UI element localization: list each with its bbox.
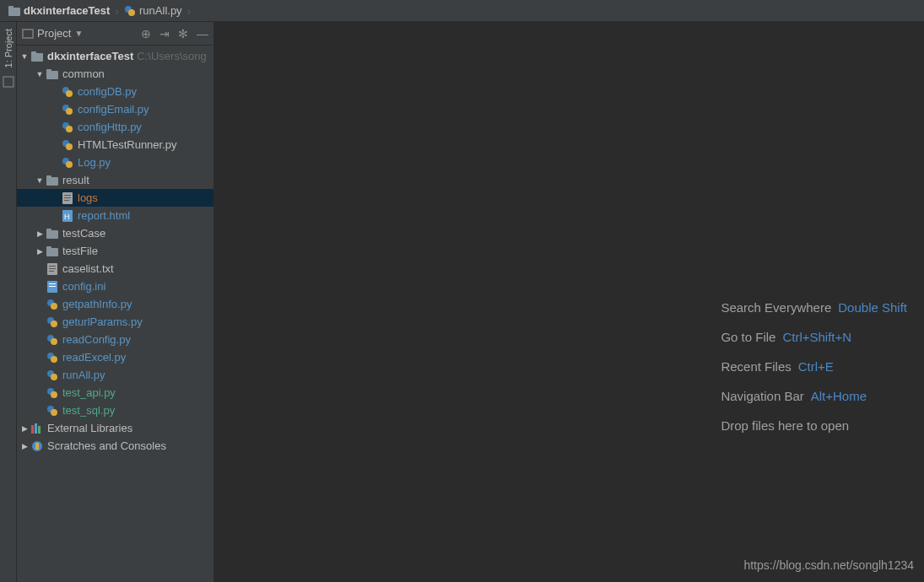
tree-file-label: HTMLTestRunner.py	[78, 138, 177, 151]
sidebar-view-selector[interactable]: Project ▼	[22, 27, 83, 40]
tree-file-label: runAll.py	[62, 369, 105, 381]
svg-rect-8	[31, 51, 36, 55]
tree-file-test_api.py[interactable]: test_api.py	[17, 384, 213, 401]
project-view-icon	[22, 29, 34, 39]
py-icon	[61, 157, 74, 169]
tree-file-report.html[interactable]: Hreport.html	[17, 207, 213, 224]
tree-file-test_sql.py[interactable]: test_sql.py	[17, 401, 213, 419]
tree-file-label: getpathInfo.py	[62, 298, 132, 310]
hide-icon[interactable]: —	[197, 27, 208, 40]
folder-icon	[46, 246, 59, 256]
tree-file-logs[interactable]: logs	[17, 189, 213, 207]
svg-point-47	[51, 356, 57, 363]
svg-rect-58	[35, 443, 39, 450]
tree-file-runAll.py[interactable]: runAll.py	[17, 366, 213, 384]
tree-file-label: configDB.py	[78, 85, 137, 98]
tree-file-readConfig.py[interactable]: readConfig.py	[17, 331, 213, 348]
tree-root[interactable]: ▼dkxinterfaceTestC:\Users\song	[17, 47, 213, 65]
tree-arrow-icon[interactable]: ▶	[35, 247, 44, 256]
svg-rect-6	[24, 30, 32, 37]
tree-file-HTMLTestRunner.py[interactable]: HTMLTestRunner.py	[17, 136, 213, 154]
chevron-right-icon: ›	[187, 4, 192, 18]
breadcrumb-file[interactable]: runAll.py	[121, 4, 186, 17]
structure-icon[interactable]	[3, 76, 14, 88]
editor-hint: Recent FilesCtrl+E	[721, 359, 907, 374]
tree-file-label: caselist.txt	[62, 262, 114, 275]
svg-point-16	[66, 126, 73, 132]
tree-folder-label: result	[62, 174, 89, 186]
svg-point-43	[51, 321, 57, 327]
project-tree[interactable]: ▼dkxinterfaceTestC:\Users\song▼commoncon…	[17, 46, 213, 582]
tree-scratches[interactable]: ▶Scratches and Consoles	[17, 437, 213, 455]
editor-hint: Navigation BarAlt+Home	[721, 389, 907, 403]
tree-arrow-icon[interactable]: ▼	[35, 176, 44, 185]
tree-file-configDB.py[interactable]: configDB.py	[17, 83, 213, 100]
tree-external-libraries[interactable]: ▶External Libraries	[17, 419, 213, 437]
svg-rect-24	[64, 195, 71, 196]
tree-file-configEmail.py[interactable]: configEmail.py	[17, 100, 213, 118]
hint-shortcut: Ctrl+Shift+N	[782, 330, 851, 344]
tree-file-label: test_sql.py	[62, 404, 115, 417]
tree-scratch-label: Scratches and Consoles	[47, 439, 166, 452]
tree-arrow-icon[interactable]: ▼	[20, 52, 29, 61]
tree-folder-testCase[interactable]: ▶testCase	[17, 224, 213, 242]
tree-arrow-icon[interactable]: ▼	[35, 70, 44, 78]
py-icon	[61, 104, 74, 116]
py-icon	[61, 139, 74, 151]
hint-label: Navigation Bar	[721, 389, 803, 403]
project-tool-tab[interactable]: 1: Project	[3, 25, 14, 71]
breadcrumb: dkxinterfaceTest › runAll.py ›	[0, 0, 924, 22]
hint-label: Go to File	[721, 330, 775, 344]
tree-file-label: logs	[78, 191, 98, 204]
hint-label: Search Everywhere	[721, 300, 831, 315]
chevron-right-icon: ›	[115, 4, 119, 18]
tree-folder-result[interactable]: ▼result	[17, 171, 213, 189]
svg-rect-56	[38, 426, 41, 434]
breadcrumb-root-label: dkxinterfaceTest	[24, 4, 110, 17]
tree-arrow-icon[interactable]: ▶	[20, 424, 29, 433]
editor-hint: Go to FileCtrl+Shift+N	[721, 330, 907, 344]
py-icon	[46, 387, 59, 399]
tree-folder-testFile[interactable]: ▶testFile	[17, 242, 213, 260]
folder-icon	[30, 51, 44, 62]
tree-arrow-icon[interactable]: ▶	[20, 442, 29, 450]
tree-file-caselist.txt[interactable]: caselist.txt	[17, 260, 213, 278]
locate-icon[interactable]: ⊕	[141, 27, 151, 40]
collapse-icon[interactable]: ⇥	[159, 27, 170, 40]
scratch-icon	[30, 440, 44, 452]
svg-rect-35	[49, 268, 56, 269]
svg-rect-34	[49, 266, 56, 267]
tree-file-Log.py[interactable]: Log.py	[17, 154, 213, 171]
tree-folder-label: common	[62, 67, 105, 80]
py-icon	[46, 316, 59, 328]
svg-rect-54	[31, 425, 34, 434]
tree-file-label: config.ini	[62, 280, 105, 293]
tree-file-config.ini[interactable]: config.ini	[17, 278, 213, 295]
svg-point-51	[51, 391, 57, 398]
tree-folder-common[interactable]: ▼common	[17, 65, 213, 83]
tree-arrow-icon[interactable]: ▶	[35, 229, 44, 238]
breadcrumb-root[interactable]: dkxinterfaceTest	[5, 4, 113, 17]
svg-point-12	[66, 90, 73, 97]
tree-file-configHttp.py[interactable]: configHttp.py	[17, 118, 213, 136]
hint-shortcut: Double Shift	[838, 300, 907, 315]
folder-icon	[46, 69, 59, 79]
tree-file-label: configEmail.py	[78, 103, 149, 116]
tool-window-stripe: 1: Project	[0, 22, 17, 582]
editor-hints: Search EverywhereDouble ShiftGo to FileC…	[721, 300, 907, 433]
tree-file-readExcel.py[interactable]: readExcel.py	[17, 348, 213, 366]
tree-root-label: dkxinterfaceTest	[47, 50, 133, 62]
svg-rect-4	[3, 77, 14, 87]
editor-empty-state: Search EverywhereDouble ShiftGo to FileC…	[214, 22, 924, 582]
tree-file-geturlParams.py[interactable]: geturlParams.py	[17, 313, 213, 331]
tree-folder-label: testFile	[62, 245, 98, 257]
svg-rect-25	[64, 197, 71, 198]
svg-rect-36	[49, 271, 54, 272]
svg-point-53	[51, 409, 57, 416]
ini-icon	[46, 281, 59, 293]
svg-rect-30	[46, 229, 51, 232]
chevron-down-icon: ▼	[74, 29, 83, 38]
tree-file-getpathInfo.py[interactable]: getpathInfo.py	[17, 295, 213, 313]
svg-point-14	[66, 108, 73, 115]
gear-icon[interactable]: ✻	[178, 27, 188, 40]
